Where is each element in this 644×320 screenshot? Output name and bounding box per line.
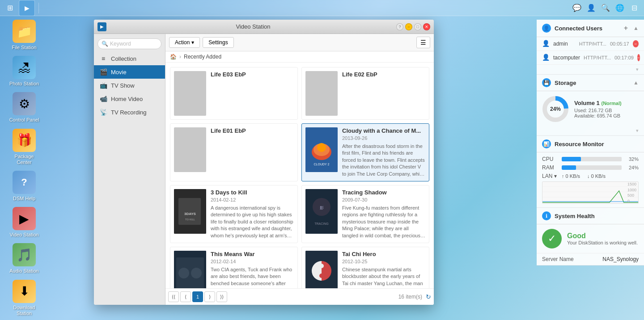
storage-title: Storage [555, 80, 630, 86]
ram-bar-fill [562, 165, 576, 170]
movie-title-taichi: Tai Chi Hero [342, 251, 425, 257]
synology-icon[interactable]: 🌐 [614, 2, 626, 14]
breadcrumb-current: Recently Added [184, 54, 221, 60]
help-button[interactable]: ? [396, 23, 403, 30]
video-station-desktop-icon[interactable]: ▶ Video Station [7, 207, 41, 238]
storage-collapse[interactable]: ▲ [633, 80, 639, 86]
storage-percent: 24% [550, 106, 561, 112]
audio-station-icon[interactable]: 🎵 Audio Station [7, 243, 41, 274]
mini-chart-labels: 1500 1000 500 0 [627, 182, 636, 203]
dsm-help-icon[interactable]: ? DSM Help [7, 171, 41, 202]
chart-label-1000: 1000 [627, 188, 636, 192]
dsm-help-img: ? [13, 171, 36, 194]
resource-monitor-title: Resource Monitor [555, 141, 639, 147]
right-panel: 👤 Connected Users + ▲ 👤 admin HTTP/HTT..… [537, 20, 644, 319]
mini-chart: 1500 1000 500 0 [542, 181, 639, 204]
movie-info-tracing: Tracing Shadow 2009-07-30 Five Kung-fu m… [342, 189, 425, 239]
movie-info-3days: 3 Days to Kill 2014-02-12 A dangerous in… [211, 189, 294, 239]
file-station-icon[interactable]: 📁 File Station [7, 20, 41, 51]
storage-icon: 💾 [542, 78, 551, 87]
prev-page-button[interactable]: ⟨ [180, 291, 191, 302]
photo-station-label: Photo Station [9, 81, 39, 87]
connected-users-title: Connected Users [555, 25, 619, 32]
lan-label: LAN ▾ [542, 173, 558, 179]
movie-card-cloudy[interactable]: CLOUDY 2 Cloudy with a Chance of M... 20… [301, 123, 429, 181]
tacomputer-name: tacomputer [553, 55, 580, 61]
sidebar-item-tv-show[interactable]: 📺 TV Show [94, 79, 165, 92]
taskbar-divider [38, 3, 39, 13]
user-row-tacomputer: 👤 tacomputer HTTP/HTT... 00:17:09 − [537, 51, 644, 65]
photo-station-icon[interactable]: 🏖 Photo Station [7, 56, 41, 87]
svg-text:CLOUDY 2: CLOUDY 2 [314, 163, 330, 166]
search-icon: 🔍 [102, 41, 108, 47]
sidebar-item-tv-recording[interactable]: 📡 TV Recording [94, 105, 165, 119]
download-station-icon[interactable]: ⬇ Download Station [7, 280, 41, 316]
admin-disconnect-button[interactable]: − [633, 40, 639, 47]
movie-card-life-e02[interactable]: Life E02 EbP [301, 67, 429, 120]
apps-button[interactable]: ⊞ [2, 0, 18, 16]
ram-pct: 24% [625, 165, 639, 170]
first-page-button[interactable]: ⟨⟨ [168, 291, 179, 302]
refresh-button[interactable]: ↻ [426, 293, 431, 300]
tacomputer-proto: HTTP/HTT... [584, 55, 611, 60]
movie-date-taichi: 2012-10-25 [342, 259, 425, 264]
tacomputer-disconnect-button[interactable]: − [637, 54, 640, 61]
sidebar-item-movie[interactable]: 🎬 Movie [94, 65, 165, 79]
tv-recording-icon: 📡 [99, 109, 107, 116]
movie-card-3days[interactable]: 3DAYS TO KILL 3 Days to Kill 2014-02-12 … [170, 185, 298, 243]
video-station-taskbar-button[interactable]: ▶ [19, 0, 35, 16]
movie-card-this-means-war[interactable]: THIS MEANS WAR This Means War 2012-02-14… [170, 247, 298, 288]
minimize-button[interactable]: − [405, 23, 412, 30]
ram-label: RAM [542, 164, 558, 171]
vs-body: 🔍 Keyword ≡ Collection 🎬 Movie 📺 TV Show… [94, 34, 434, 305]
user-icon[interactable]: 👤 [585, 2, 597, 14]
control-panel-icon[interactable]: ⚙ Control Panel [7, 92, 41, 123]
svg-point-16 [191, 268, 202, 278]
movie-info-life-e01: Life E01 EbP [211, 127, 294, 177]
connected-users-icon: 👤 [542, 24, 551, 33]
search-icon[interactable]: 🔍 [599, 2, 612, 14]
movie-card-life-e03[interactable]: Life E03 EbP [170, 67, 298, 120]
movie-title-tracing: Tracing Shadow [342, 189, 425, 196]
breadcrumb-home[interactable]: 🏠 [170, 54, 177, 60]
sidebar-collection-label: Collection [111, 55, 136, 62]
svg-point-21 [319, 274, 324, 278]
health-status-text: Good [567, 232, 639, 240]
user-row-admin: 👤 admin HTTP/HTT... 00:05:17 − [537, 37, 644, 51]
health-status-icon: ✓ [542, 229, 562, 248]
chat-icon[interactable]: 💬 [571, 2, 583, 14]
settings-button[interactable]: Settings [203, 37, 233, 48]
vs-title: Video Station [110, 23, 396, 30]
close-button[interactable]: ✕ [423, 23, 430, 30]
movie-title-life-e03: Life E03 EbP [211, 71, 294, 78]
control-panel-label: Control Panel [9, 117, 39, 123]
pagination-group: ⟨⟨ ⟨ 1 ⟩ ⟩⟩ [168, 291, 227, 302]
list-view-button[interactable]: ☰ [416, 37, 430, 48]
movie-card-tracing[interactable]: 影 TRACING Tracing Shadow 2009-07-30 Five… [301, 185, 429, 243]
health-details: Good Your DiskStation is working well. [567, 232, 639, 245]
lan-row: LAN ▾ ↑ 0 KB/s ↓ 0 KB/s [542, 173, 639, 179]
maximize-button[interactable]: □ [414, 23, 421, 30]
action-button[interactable]: Action ▾ [169, 37, 200, 48]
last-page-button[interactable]: ⟩⟩ [216, 291, 227, 302]
layout-icon[interactable]: ⊟ [628, 2, 640, 14]
search-box[interactable]: 🔍 Keyword [97, 38, 161, 49]
movie-desc-cloudy: After the disastrous food storm in the f… [342, 143, 425, 177]
package-center-icon[interactable]: 🎁 Package Center [7, 129, 41, 165]
connected-users-collapse[interactable]: ▲ [633, 25, 639, 31]
cpu-bar-bg [562, 157, 622, 161]
connected-users-add[interactable]: + [622, 23, 630, 33]
chart-label-0: 0 [627, 199, 636, 203]
taskbar-right: 💬 👤 🔍 🌐 ⊟ [567, 2, 644, 14]
resource-monitor-panel: 📊 Resource Monitor CPU 32% RAM 24% LAN ▾ [537, 136, 644, 208]
sidebar-item-collection[interactable]: ≡ Collection [94, 52, 165, 65]
toolbar-right: ☰ [416, 37, 430, 48]
movie-card-life-e01[interactable]: Life E01 EbP [170, 123, 298, 181]
resource-content: CPU 32% RAM 24% LAN ▾ ↑ 0 KB/s ↓ 0 KB/s [537, 152, 644, 207]
system-health-title: System Health [555, 213, 639, 219]
package-center-img: 🎁 [13, 129, 36, 152]
sidebar-item-home-video[interactable]: 📹 Home Video [94, 92, 165, 105]
next-page-button[interactable]: ⟩ [204, 291, 215, 302]
movie-card-taichi[interactable]: TAI CHI HERO Tai Chi Hero 2012-10-25 Chi… [301, 247, 429, 288]
page-1-button[interactable]: 1 [192, 291, 203, 302]
